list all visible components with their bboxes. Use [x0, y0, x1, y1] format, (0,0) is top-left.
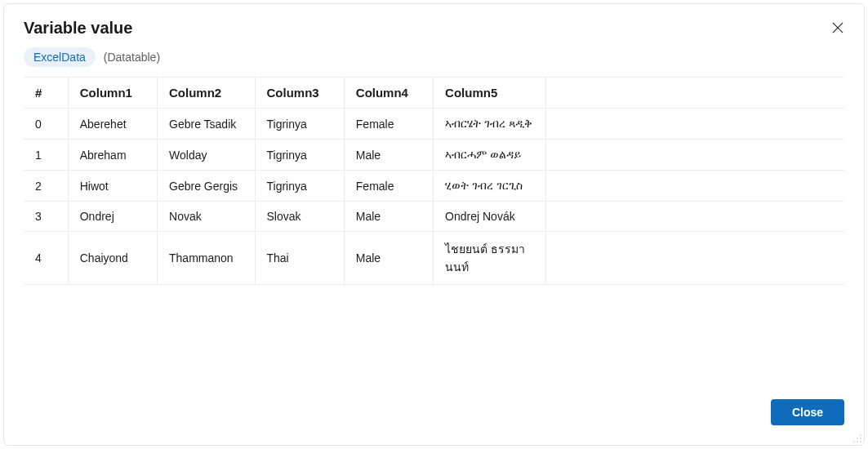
- table-row[interactable]: 3OndrejNovakSlovakMaleOndrej Novák: [24, 202, 844, 232]
- dialog-header: Variable value: [4, 4, 864, 44]
- table-cell: 3: [24, 202, 68, 232]
- column-header-1[interactable]: Column1: [68, 78, 157, 109]
- table-row[interactable]: 4ChaiyondThammanonThaiMaleไชยยนต์ ธรรมาน…: [24, 232, 844, 285]
- table-cell: [546, 232, 844, 285]
- table-cell: 0: [24, 109, 68, 140]
- column-header-index[interactable]: #: [24, 78, 68, 109]
- variable-subheader: ExcelData (Datatable): [4, 44, 864, 77]
- variable-type-label: (Datatable): [104, 51, 160, 64]
- table-cell: ไชยยนต์ ธรรมานนท์: [434, 232, 546, 285]
- table-cell: 4: [24, 232, 68, 285]
- table-cell: Thammanon: [158, 232, 255, 285]
- table-cell: ሂወት ገብረ ገርጊስ: [434, 171, 546, 202]
- column-header-5[interactable]: Column5: [434, 78, 546, 109]
- close-icon[interactable]: [831, 21, 844, 34]
- table-cell: Male: [344, 140, 433, 171]
- table-cell: Wolday: [158, 140, 255, 171]
- column-header-2[interactable]: Column2: [158, 78, 255, 109]
- table-cell: Abreham: [68, 140, 157, 171]
- table-cell: Novak: [158, 202, 255, 232]
- svg-point-3: [857, 438, 858, 439]
- variable-value-dialog: Variable value ExcelData (Datatable) # C…: [3, 3, 865, 446]
- svg-point-7: [860, 441, 861, 442]
- variable-name-badge[interactable]: ExcelData: [24, 47, 96, 67]
- data-table-container: # Column1 Column2 Column3 Column4 Column…: [4, 77, 864, 285]
- table-cell: Ondrej: [68, 202, 157, 232]
- table-cell: Female: [344, 171, 433, 202]
- table-header-row: # Column1 Column2 Column3 Column4 Column…: [24, 78, 844, 109]
- table-cell: Chaiyond: [68, 232, 157, 285]
- column-header-extra: [546, 78, 844, 109]
- table-cell: Tigrinya: [255, 109, 344, 140]
- table-cell: 2: [24, 171, 68, 202]
- table-cell: Ondrej Novák: [434, 202, 546, 232]
- column-header-3[interactable]: Column3: [255, 78, 344, 109]
- table-cell: ኣብርሓም ወልዳይ: [434, 140, 546, 171]
- table-cell: 1: [24, 140, 68, 171]
- table-cell: Male: [344, 202, 433, 232]
- column-header-4[interactable]: Column4: [344, 78, 433, 109]
- table-cell: Aberehet: [68, 109, 157, 140]
- table-row[interactable]: 0AberehetGebre TsadikTigrinyaFemaleኣብርሄት…: [24, 109, 844, 140]
- table-cell: [546, 171, 844, 202]
- svg-point-6: [857, 441, 858, 442]
- close-button[interactable]: Close: [771, 399, 844, 425]
- resize-handle-icon[interactable]: [851, 432, 862, 443]
- svg-point-4: [860, 438, 861, 439]
- table-cell: Gebre Gergis: [158, 171, 255, 202]
- table-cell: Tigrinya: [255, 171, 344, 202]
- table-cell: Female: [344, 109, 433, 140]
- table-cell: Hiwot: [68, 171, 157, 202]
- table-cell: Thai: [255, 232, 344, 285]
- table-cell: Gebre Tsadik: [158, 109, 255, 140]
- svg-point-2: [860, 434, 861, 436]
- dialog-footer: Close: [4, 385, 864, 445]
- table-row[interactable]: 2HiwotGebre GergisTigrinyaFemaleሂወት ገብረ …: [24, 171, 844, 202]
- table-cell: Tigrinya: [255, 140, 344, 171]
- svg-point-5: [853, 441, 855, 442]
- table-cell: [546, 202, 844, 232]
- table-cell: [546, 109, 844, 140]
- data-table: # Column1 Column2 Column3 Column4 Column…: [24, 77, 844, 285]
- dialog-title: Variable value: [24, 19, 132, 38]
- table-cell: Male: [344, 232, 433, 285]
- table-row[interactable]: 1AbrehamWoldayTigrinyaMaleኣብርሓም ወልዳይ: [24, 140, 844, 171]
- table-cell: [546, 140, 844, 171]
- table-cell: Slovak: [255, 202, 344, 232]
- table-cell: ኣብርሄት ገብረ ጻዲቅ: [434, 109, 546, 140]
